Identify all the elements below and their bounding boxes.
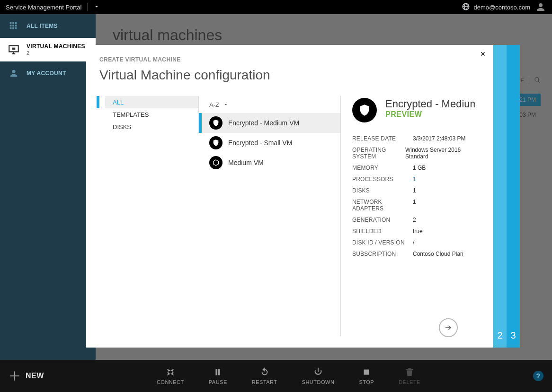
detail-key: GENERATION bbox=[352, 217, 413, 223]
plus-icon bbox=[9, 370, 21, 382]
filter-label: TEMPLATES bbox=[113, 111, 149, 118]
wizard-step-rail: 2 3 bbox=[493, 45, 520, 348]
step-number: 3 bbox=[510, 330, 516, 341]
cube-icon bbox=[209, 156, 223, 169]
top-bar: Service Management Portal demo@contoso.c… bbox=[0, 0, 552, 14]
close-icon[interactable] bbox=[480, 51, 486, 59]
filter-disks[interactable]: DISKS bbox=[105, 121, 198, 133]
template-label: Medium VM bbox=[228, 159, 264, 166]
user-email[interactable]: demo@contoso.com bbox=[474, 4, 530, 11]
sidebar-item-my-account[interactable]: MY ACCOUNT bbox=[0, 61, 96, 85]
grid-icon bbox=[7, 19, 21, 33]
chevron-down-icon[interactable] bbox=[93, 3, 100, 11]
detail-value: 1 bbox=[413, 187, 416, 194]
template-label: Encrypted - Medium VM bbox=[228, 119, 299, 127]
shutdown-icon bbox=[313, 367, 323, 377]
detail-row: DISKS1 bbox=[352, 185, 475, 196]
pause-button[interactable]: PAUSE bbox=[209, 367, 227, 385]
chevron-down-icon bbox=[223, 102, 229, 107]
sidebar-item-virtual-machines[interactable]: VIRTUAL MACHINES 2 bbox=[0, 38, 96, 61]
cmd-label: PAUSE bbox=[209, 379, 227, 385]
delete-button: DELETE bbox=[399, 367, 420, 385]
detail-value: 2 bbox=[413, 217, 416, 223]
detail-key: MEMORY bbox=[352, 165, 413, 171]
detail-row: PROCESSORS1 bbox=[352, 174, 475, 185]
detail-value: 1 GB bbox=[413, 165, 426, 171]
new-button[interactable]: NEW bbox=[9, 370, 44, 382]
detail-value: 1 bbox=[413, 176, 416, 183]
modal-title: Virtual Machine configuration bbox=[99, 68, 480, 83]
detail-row: SHIELDEDtrue bbox=[352, 226, 475, 237]
shield-icon bbox=[352, 98, 377, 122]
restart-icon bbox=[259, 367, 270, 377]
topbar-divider bbox=[87, 3, 88, 11]
stop-icon bbox=[361, 367, 372, 377]
sort-label: A-Z bbox=[209, 101, 219, 108]
wizard-step-2[interactable]: 2 bbox=[493, 45, 507, 348]
detail-key: RELEASE DATE bbox=[352, 135, 413, 142]
pause-icon bbox=[213, 367, 223, 377]
template-label: Encrypted - Small VM bbox=[228, 139, 292, 147]
cmd-label: CONNECT bbox=[157, 379, 184, 385]
detail-value: true bbox=[413, 228, 423, 235]
detail-row: NETWORK ADAPTERS1 bbox=[352, 196, 475, 214]
sidebar-item-label: ALL ITEMS bbox=[27, 23, 58, 29]
cmd-label: STOP bbox=[359, 379, 374, 385]
detail-key: NETWORK ADAPTERS bbox=[352, 199, 413, 212]
template-detail: Encrypted - Medium ... PREVIEW RELEASE D… bbox=[341, 96, 480, 336]
detail-key: PROCESSORS bbox=[352, 176, 413, 183]
cmd-label: DELETE bbox=[399, 379, 420, 385]
sort-dropdown[interactable]: A-Z bbox=[199, 96, 340, 113]
template-item-encrypted-small[interactable]: Encrypted - Small VM bbox=[199, 133, 340, 153]
sidebar-item-label: VIRTUAL MACHINES bbox=[27, 44, 85, 50]
detail-row: DISK ID / VERSION/ bbox=[352, 237, 475, 248]
svg-rect-0 bbox=[12, 48, 16, 50]
detail-key: SUBSCRIPTION bbox=[352, 251, 413, 257]
step-number: 2 bbox=[497, 330, 502, 341]
restart-button[interactable]: RESTART bbox=[252, 367, 277, 385]
detail-value: 1 bbox=[413, 199, 416, 212]
detail-row: SUBSCRIPTIONContoso Cloud Plan bbox=[352, 248, 475, 260]
wizard-step-3[interactable]: 3 bbox=[507, 45, 520, 348]
shield-icon bbox=[209, 136, 223, 149]
template-item-medium[interactable]: Medium VM bbox=[199, 153, 340, 173]
connect-button[interactable]: CONNECT bbox=[157, 367, 184, 385]
filter-all[interactable]: ALL bbox=[105, 96, 198, 108]
help-button[interactable]: ? bbox=[533, 371, 543, 381]
shield-icon bbox=[209, 116, 223, 130]
create-vm-modal: CREATE VIRTUAL MACHINE Virtual Machine c… bbox=[86, 45, 493, 348]
shutdown-button[interactable]: SHUTDOWN bbox=[302, 367, 335, 385]
user-avatar-icon[interactable] bbox=[535, 1, 546, 13]
person-icon bbox=[7, 66, 21, 80]
detail-row: MEMORY1 GB bbox=[352, 162, 475, 174]
detail-key: DISKS bbox=[352, 187, 413, 194]
modal-breadcrumb: CREATE VIRTUAL MACHINE bbox=[99, 56, 480, 63]
cmd-label: RESTART bbox=[252, 379, 277, 385]
filter-templates[interactable]: TEMPLATES bbox=[105, 108, 198, 121]
detail-name: Encrypted - Medium ... bbox=[385, 98, 475, 110]
globe-icon bbox=[462, 2, 474, 12]
detail-value: Contoso Cloud Plan bbox=[413, 251, 463, 257]
sidebar-item-count: 2 bbox=[27, 50, 85, 56]
detail-key: SHIELDED bbox=[352, 228, 413, 235]
detail-row: GENERATION2 bbox=[352, 214, 475, 226]
command-bar: NEW CONNECTPAUSERESTARTSHUTDOWNSTOPDELET… bbox=[0, 360, 552, 392]
detail-key: DISK ID / VERSION bbox=[352, 239, 413, 246]
preview-badge: PREVIEW bbox=[385, 110, 475, 119]
template-item-encrypted-medium[interactable]: Encrypted - Medium VM bbox=[199, 113, 340, 133]
sidebar: ALL ITEMS VIRTUAL MACHINES 2 MY ACCOUNT bbox=[0, 14, 96, 360]
detail-value: / bbox=[413, 239, 414, 246]
filter-label: ALL bbox=[113, 99, 124, 106]
stop-button[interactable]: STOP bbox=[359, 367, 374, 385]
cmd-label: SHUTDOWN bbox=[302, 379, 335, 385]
connect-icon bbox=[165, 367, 176, 377]
portal-title: Service Management Portal bbox=[6, 4, 81, 11]
detail-row: RELEASE DATE3/3/2017 2:48:03 PM bbox=[352, 133, 475, 144]
sidebar-item-all-items[interactable]: ALL ITEMS bbox=[0, 14, 96, 38]
detail-value: Windows Server 2016 Standard bbox=[405, 147, 475, 160]
sidebar-item-label: MY ACCOUNT bbox=[27, 70, 66, 77]
monitor-icon bbox=[7, 43, 21, 57]
next-button[interactable] bbox=[439, 318, 458, 337]
detail-row: OPERATING SYSTEMWindows Server 2016 Stan… bbox=[352, 144, 475, 162]
filter-column: ALL TEMPLATES DISKS bbox=[105, 96, 199, 133]
